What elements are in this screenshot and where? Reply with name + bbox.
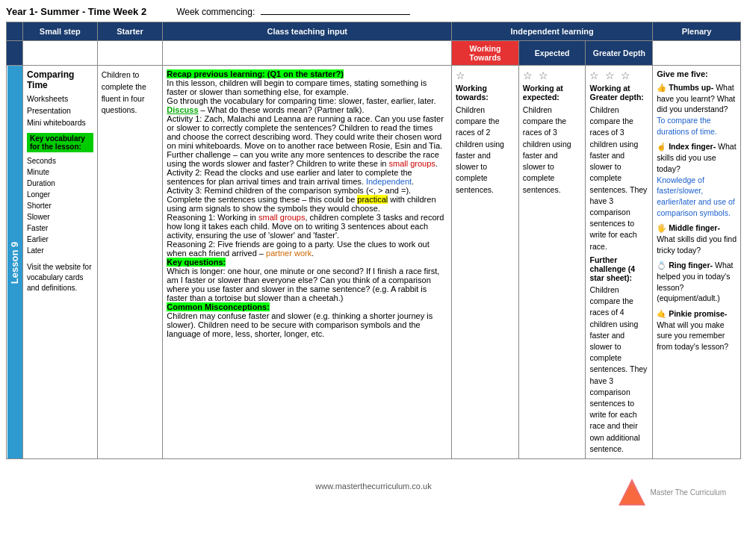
key-vocab-label: Key vocabulary for the lesson: (27, 133, 93, 152)
middle-icon: 🖐 (657, 223, 666, 232)
starter-cell: Children to complete the fluent in four … (97, 66, 163, 459)
logo-text: Master The Curriculum (650, 488, 726, 497)
col-starter: Starter (97, 22, 163, 41)
plenary-title: Give me five: (657, 69, 737, 78)
pinkie-icon: 🤙 (657, 309, 666, 318)
gd-label: Working at Greater depth: (589, 84, 648, 102)
week-commencing-label: Week commencing: (176, 7, 410, 17)
gd-text1: Children compare the races of 3 children… (589, 105, 648, 252)
lesson-number: Lesson 9 (7, 66, 23, 459)
logo-icon (617, 477, 647, 507)
plenary-index: ☝ Index finger- What skills did you use … (657, 141, 737, 218)
recap-label: Recap previous learning: (Q1 on the star… (167, 69, 344, 78)
gd-further: Further challenge (4 star sheet): (589, 255, 648, 282)
expected-cell: ☆ ☆ Working at expected: Children compar… (518, 66, 586, 459)
col-teaching: Class teaching input (163, 22, 452, 41)
wt-label: Working towards: (456, 84, 515, 102)
col-plenary: Plenary (653, 22, 741, 41)
working-towards-cell: ☆ Working towards: Children compare the … (452, 66, 519, 459)
wt-stars: ☆ (456, 69, 515, 81)
exp-text: Children compare the races of 3 children… (523, 105, 582, 196)
activity1-text: Activity 1: Zach, Malachi and Leanna are… (167, 114, 447, 168)
footer: www.masterthecurriculum.co.uk Master The… (6, 474, 741, 514)
reasoning1-text: Reasoning 1: Working in small groups, ch… (167, 213, 447, 240)
col-expected: Expected (518, 41, 586, 66)
gd-stars: ☆ ☆ ☆ (589, 69, 648, 81)
reasoning2-text: Reasoning 2: Five friends are going to a… (167, 240, 447, 258)
col-greater-depth: Greater Depth (586, 41, 653, 66)
thumb-icon: 👍 (657, 83, 666, 92)
plenary-pinkie: 🤙 Pinkie promise- What will you make sur… (657, 308, 737, 352)
svg-marker-1 (620, 483, 644, 504)
col-working-towards: Working Towards (452, 41, 519, 66)
gd-text2: Children compare the races of 4 children… (589, 284, 648, 455)
starter-text: Children to complete the fluent in four … (102, 69, 159, 116)
vocab-list: SecondsMinuteDurationLongerShorterSlower… (27, 155, 93, 256)
plenary-middle: 🖐 Middle finger- What skills did you fin… (657, 223, 737, 255)
wt-text: Children compare the races of 2 children… (456, 105, 515, 196)
key-questions: Key questions: Which is longer: one hour… (167, 258, 447, 302)
small-step-resources: WorksheetsPresentationMini whiteboards (27, 93, 93, 128)
greater-depth-cell: ☆ ☆ ☆ Working at Greater depth: Children… (586, 66, 653, 459)
vocab-intro: Go through the vocabulary for comparing … (167, 96, 447, 114)
plenary-ring: 💍 Ring finger- What helped you in today'… (657, 260, 737, 304)
col-small-step: Small step (22, 22, 97, 41)
key-questions-label: Key questions: (167, 258, 226, 267)
plenary-thumb: 👍 Thumbs up- What have you learnt? What … (657, 82, 737, 137)
exp-label: Working at expected: (523, 84, 582, 102)
exp-stars: ☆ ☆ (523, 69, 582, 81)
lesson-table: Small step Starter Class teaching input … (6, 22, 741, 459)
small-step-title: Comparing Time (27, 69, 93, 90)
plenary-cell: Give me five: 👍 Thumbs up- What have you… (653, 66, 741, 459)
col-independent: Independent learning (452, 22, 653, 41)
website-note: Visit the website for vocabulary cards a… (27, 262, 93, 293)
recap-line: Recap previous learning: (Q1 on the star… (167, 69, 447, 78)
activity3-text: Activity 3: Remind children of the compa… (167, 186, 447, 213)
activity2-text: Activity 2: Read the clocks and use earl… (167, 168, 447, 186)
index-icon: ☝ (657, 142, 666, 151)
misconceptions-label: Common Misconceptions: (167, 302, 270, 311)
page-title: Year 1- Summer - Time Week 2 (6, 6, 146, 17)
ring-icon: 💍 (657, 261, 666, 270)
small-step-cell: Comparing Time WorksheetsPresentationMin… (22, 66, 97, 459)
intro-text: In this lesson, children will begin to c… (167, 78, 447, 96)
misconceptions: Common Misconceptions: Children may conf… (167, 302, 447, 338)
discuss-label: Discuss (167, 105, 198, 114)
teaching-cell: Recap previous learning: (Q1 on the star… (163, 66, 452, 459)
